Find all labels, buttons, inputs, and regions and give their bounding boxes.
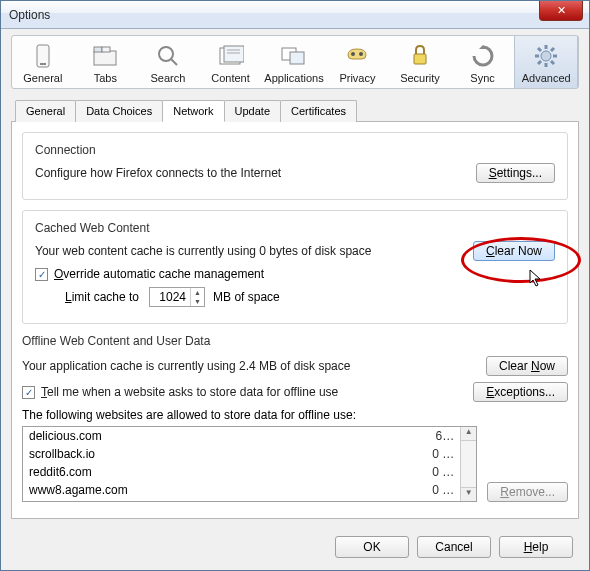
- dialog-buttons: OK Cancel Help: [335, 536, 573, 558]
- toolbar-privacy[interactable]: Privacy: [327, 36, 390, 88]
- svg-point-13: [351, 52, 355, 56]
- options-window: Options ✕ General Tabs Search: [0, 0, 590, 571]
- svg-point-14: [359, 52, 363, 56]
- list-item[interactable]: reddit6.com0 …: [23, 463, 460, 481]
- override-label: Override automatic cache management: [54, 267, 264, 281]
- toolbar-search[interactable]: Search: [137, 36, 200, 88]
- limit-cache-input[interactable]: 1024 ▲▼: [149, 287, 205, 307]
- connection-group: Connection Configure how Firefox connect…: [22, 132, 568, 200]
- offline-sites-listbox[interactable]: delicious.com6… scrollback.io0 … reddit6…: [22, 426, 477, 502]
- toolbar-security[interactable]: Security: [389, 36, 452, 88]
- spin-up-icon[interactable]: ▲: [190, 288, 204, 297]
- svg-line-21: [538, 48, 541, 51]
- limit-cache-value: 1024: [150, 290, 190, 304]
- override-checkbox[interactable]: ✓: [35, 268, 48, 281]
- subtabs: General Data Choices Network Update Cert…: [11, 99, 579, 122]
- remove-button[interactable]: Remove...: [487, 482, 568, 502]
- list-item[interactable]: scrollback.io0 …: [23, 445, 460, 463]
- svg-line-22: [551, 61, 554, 64]
- tellme-label: Tell me when a website asks to store dat…: [41, 385, 338, 399]
- toolbar-applications[interactable]: Applications: [262, 36, 326, 88]
- toolbar-sync-label: Sync: [454, 72, 512, 84]
- list-item[interactable]: www8.agame.com0 …: [23, 481, 460, 499]
- content-icon: [202, 42, 260, 70]
- svg-line-23: [538, 61, 541, 64]
- offline-usage: Your application cache is currently usin…: [22, 359, 486, 373]
- limit-spinner[interactable]: ▲▼: [190, 288, 204, 306]
- tellme-checkbox[interactable]: ✓: [22, 386, 35, 399]
- tabs-icon: [77, 42, 135, 70]
- svg-rect-2: [94, 51, 116, 65]
- svg-rect-12: [290, 52, 304, 64]
- toolbar-search-label: Search: [139, 72, 197, 84]
- limit-suffix: MB of space: [213, 290, 280, 304]
- list-scrollbar[interactable]: ▲ ▼: [460, 427, 476, 501]
- ok-button[interactable]: OK: [335, 536, 409, 558]
- clear-now-cached-button[interactable]: Clear Now: [473, 241, 555, 261]
- close-button[interactable]: ✕: [539, 1, 583, 21]
- svg-rect-4: [102, 47, 110, 52]
- scroll-up-icon[interactable]: ▲: [461, 427, 476, 441]
- tab-network[interactable]: Network: [162, 100, 224, 122]
- cached-usage: Your web content cache is currently usin…: [35, 244, 473, 258]
- cached-group: Cached Web Content Your web content cach…: [22, 210, 568, 324]
- svg-point-5: [159, 47, 173, 61]
- privacy-icon: [329, 42, 387, 70]
- list-item[interactable]: delicious.com6…: [23, 427, 460, 445]
- toolbar-general[interactable]: General: [12, 36, 75, 88]
- sync-icon: [454, 42, 512, 70]
- applications-icon: [264, 42, 323, 70]
- cancel-button[interactable]: Cancel: [417, 536, 491, 558]
- svg-line-24: [551, 48, 554, 51]
- help-button[interactable]: Help: [499, 536, 573, 558]
- toolbar-tabs[interactable]: Tabs: [75, 36, 138, 88]
- toolbar-advanced-label: Advanced: [517, 72, 575, 84]
- svg-rect-3: [94, 47, 102, 52]
- limit-label: Limit cache to: [65, 290, 139, 304]
- svg-line-6: [171, 59, 177, 65]
- cached-title: Cached Web Content: [35, 221, 555, 235]
- category-toolbar: General Tabs Search Content: [11, 35, 579, 89]
- svg-rect-15: [414, 54, 426, 64]
- security-icon: [391, 42, 449, 70]
- exceptions-button[interactable]: Exceptions...: [473, 382, 568, 402]
- clear-now-offline-button[interactable]: Clear Now: [486, 356, 568, 376]
- toolbar-applications-label: Applications: [264, 72, 323, 84]
- toolbar-content-label: Content: [202, 72, 260, 84]
- titlebar: Options ✕: [1, 1, 589, 29]
- toolbar-security-label: Security: [391, 72, 449, 84]
- tab-data-choices[interactable]: Data Choices: [75, 100, 163, 122]
- tab-certificates[interactable]: Certificates: [280, 100, 357, 122]
- allowed-label: The following websites are allowed to st…: [22, 408, 568, 422]
- spin-down-icon[interactable]: ▼: [190, 297, 204, 306]
- offline-group: Offline Web Content and User Data Your a…: [22, 334, 568, 502]
- svg-rect-8: [224, 46, 244, 62]
- general-icon: [14, 42, 72, 70]
- svg-rect-1: [40, 63, 46, 65]
- svg-point-16: [541, 51, 551, 61]
- window-title: Options: [9, 8, 50, 22]
- connection-desc: Configure how Firefox connects to the In…: [35, 166, 476, 180]
- content-area: General Tabs Search Content: [1, 29, 589, 529]
- toolbar-sync[interactable]: Sync: [452, 36, 515, 88]
- toolbar-content[interactable]: Content: [200, 36, 263, 88]
- search-icon: [139, 42, 197, 70]
- toolbar-general-label: General: [14, 72, 72, 84]
- scroll-down-icon[interactable]: ▼: [461, 487, 476, 501]
- settings-button[interactable]: Settings...: [476, 163, 555, 183]
- tab-update[interactable]: Update: [224, 100, 281, 122]
- network-panel: Connection Configure how Firefox connect…: [11, 122, 579, 519]
- toolbar-advanced[interactable]: Advanced: [514, 36, 578, 88]
- toolbar-tabs-label: Tabs: [77, 72, 135, 84]
- connection-title: Connection: [35, 143, 555, 157]
- tab-general[interactable]: General: [15, 100, 76, 122]
- gear-icon: [517, 42, 575, 70]
- toolbar-privacy-label: Privacy: [329, 72, 387, 84]
- offline-title: Offline Web Content and User Data: [22, 334, 568, 348]
